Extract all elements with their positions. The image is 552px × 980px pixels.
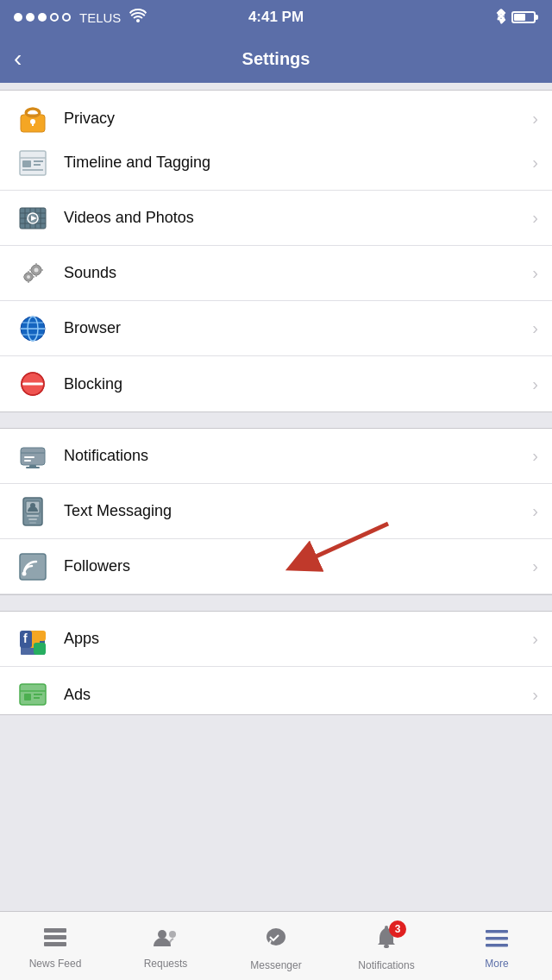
svg-rect-51 [27, 515, 39, 517]
tab-item-notifications[interactable]: 3 Notifications [331, 920, 442, 971]
ads-row-partial: Ads › [0, 667, 552, 714]
settings-scroll: Privacy › Timeline and Tagging › [0, 83, 552, 911]
bluetooth-icon [496, 9, 506, 27]
messenger-icon [264, 926, 288, 956]
signal-dot-4 [50, 13, 59, 22]
requests-tab-label: Requests [144, 958, 188, 970]
svg-rect-71 [24, 694, 31, 700]
sounds-chevron: › [532, 263, 538, 283]
tab-item-more[interactable]: More [442, 922, 552, 970]
signal-dot-5 [62, 13, 71, 22]
svg-rect-83 [486, 937, 508, 940]
apps-icon: f [14, 620, 52, 658]
tab-bar: News Feed Requests Messenger [0, 911, 552, 980]
signal-dot-3 [38, 13, 47, 22]
notifications-badge-wrap: 3 [375, 926, 398, 956]
svg-rect-40 [22, 383, 43, 386]
settings-item-notifications[interactable]: Notifications › [0, 429, 552, 484]
more-tab-label: More [485, 958, 508, 970]
settings-group-2: Notifications › Text Messaging › [0, 428, 552, 595]
nav-bar: ‹ Settings [0, 35, 552, 83]
svg-rect-74 [44, 928, 66, 933]
svg-rect-25 [35, 263, 37, 266]
privacy-chevron: › [532, 109, 538, 129]
more-icon [485, 927, 509, 954]
browser-icon [14, 310, 52, 348]
blocking-label: Blocking [64, 375, 532, 393]
wifi-icon [129, 9, 147, 26]
browser-label: Browser [64, 319, 532, 337]
settings-item-sounds[interactable]: Sounds › [0, 246, 552, 301]
svg-rect-82 [486, 930, 508, 933]
blocking-chevron: › [532, 374, 538, 394]
videos-label: Videos and Photos [64, 209, 532, 227]
svg-rect-28 [41, 269, 43, 271]
timeline-label: Timeline and Tagging [64, 154, 532, 172]
news-feed-icon [43, 927, 67, 954]
followers-icon [14, 548, 52, 586]
svg-rect-32 [32, 276, 34, 278]
browser-chevron: › [532, 318, 538, 338]
signal-dot-2 [26, 13, 34, 22]
svg-rect-4 [32, 122, 34, 126]
privacy-row-partial: Privacy › [0, 91, 552, 135]
settings-item-timeline[interactable]: Timeline and Tagging › [0, 135, 552, 191]
svg-rect-52 [28, 518, 37, 520]
svg-point-81 [385, 926, 388, 929]
timeline-chevron: › [532, 153, 538, 173]
ads-chevron: › [532, 685, 538, 705]
settings-item-privacy[interactable]: Privacy › [0, 91, 552, 135]
svg-text:f: f [23, 631, 28, 645]
settings-group-1: Privacy › Timeline and Tagging › [0, 90, 552, 412]
status-right-area [496, 9, 538, 27]
svg-rect-68 [34, 643, 46, 655]
svg-rect-2 [26, 109, 40, 116]
back-button[interactable]: ‹ [14, 45, 22, 72]
svg-point-22 [34, 267, 39, 272]
notifications-settings-label: Notifications [64, 447, 532, 465]
settings-item-ads[interactable]: Ads › [0, 667, 552, 714]
followers-chevron: › [532, 556, 538, 576]
svg-rect-7 [22, 160, 31, 167]
svg-rect-43 [24, 456, 34, 458]
videos-chevron: › [532, 208, 538, 228]
svg-point-78 [169, 931, 176, 938]
svg-point-55 [22, 571, 27, 575]
carrier-name: TELUS [79, 10, 121, 25]
battery-icon [511, 11, 538, 23]
notifications-chevron: › [532, 446, 538, 466]
requests-icon [152, 927, 179, 954]
status-time: 4:41 PM [248, 9, 304, 26]
apps-label: Apps [64, 630, 532, 648]
tab-item-news-feed[interactable]: News Feed [0, 922, 110, 970]
settings-group-3: f Apps › [0, 611, 552, 715]
svg-rect-31 [23, 276, 26, 278]
settings-item-followers[interactable]: Followers › [0, 539, 552, 594]
svg-rect-80 [384, 945, 389, 948]
svg-rect-84 [486, 944, 508, 947]
sounds-label: Sounds [64, 264, 532, 282]
settings-item-apps[interactable]: f Apps › [0, 612, 552, 667]
svg-rect-46 [26, 467, 40, 468]
svg-rect-44 [24, 460, 31, 462]
settings-item-browser[interactable]: Browser › [0, 301, 552, 356]
news-feed-tab-label: News Feed [29, 958, 82, 970]
sounds-icon [14, 254, 52, 292]
ads-icon [14, 675, 52, 713]
ads-label: Ads [64, 686, 532, 704]
tab-item-messenger[interactable]: Messenger [221, 920, 331, 971]
text-messaging-chevron: › [532, 501, 538, 521]
settings-item-blocking[interactable]: Blocking › [0, 356, 552, 411]
timeline-icon [14, 144, 52, 182]
svg-rect-53 [29, 522, 36, 524]
text-messaging-label: Text Messaging [64, 502, 532, 520]
followers-label: Followers [64, 557, 532, 575]
signal-area: TELUS [14, 9, 147, 26]
svg-rect-27 [29, 269, 32, 271]
tab-item-requests[interactable]: Requests [110, 922, 221, 970]
nav-title: Settings [242, 49, 310, 69]
settings-item-videos[interactable]: Videos and Photos › [0, 191, 552, 246]
settings-item-text-messaging[interactable]: Text Messaging › [0, 484, 552, 539]
blocking-icon [14, 365, 52, 403]
notifications-badge: 3 [389, 920, 406, 938]
